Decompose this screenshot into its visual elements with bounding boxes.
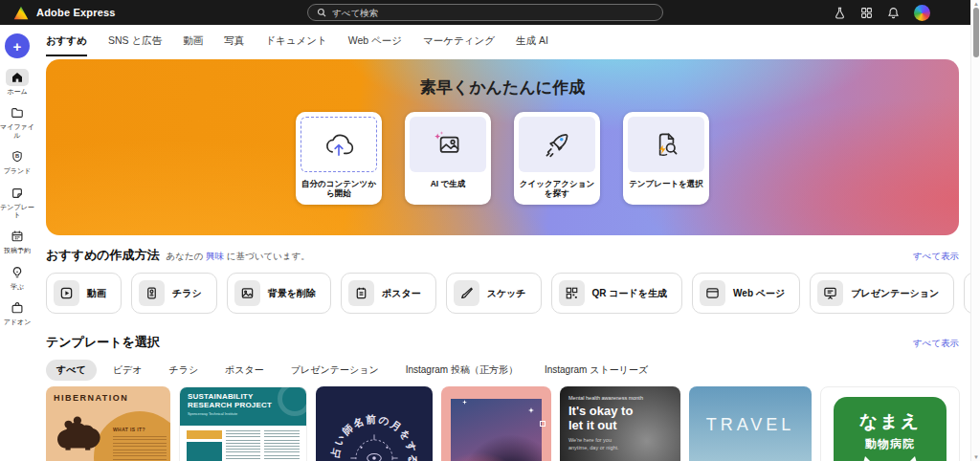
template-subtitle: We're here for you anytime, day or night… [568, 437, 626, 451]
tab-sns-ads[interactable]: SNS と広告 [108, 27, 162, 56]
rocket-icon [540, 128, 574, 161]
sidebar-item-templates[interactable]: テンプレート [0, 185, 34, 220]
search-input[interactable] [332, 8, 654, 18]
quick-create-flyer[interactable]: チラシ [131, 273, 217, 314]
hero-card-choose-template[interactable]: テンプレートを選択 [623, 112, 709, 205]
create-new-button[interactable]: + [5, 33, 30, 58]
template-hibernation[interactable]: HIBERNATION WHAT IS IT? WHAT ANIMALS HIB… [46, 386, 170, 461]
quick-create-label: プレゼンテーション [851, 287, 939, 300]
tab-marketing[interactable]: マーケティング [423, 27, 495, 56]
category-tabs: おすすめ SNS と広告 動画 写真 ドキュメント Web ページ マーケティン… [34, 25, 970, 57]
quick-create-label: 背景を削除 [268, 287, 316, 300]
template-tagline: Mental health awareness month [568, 395, 672, 401]
scrollbar-down-arrow[interactable]: ▼ [971, 454, 980, 460]
hero-card-generate-with-ai[interactable]: AI で生成 [405, 112, 491, 205]
quick-create-poster[interactable]: ポスター [341, 273, 436, 314]
quick-create-video[interactable]: 動画 [46, 273, 122, 314]
quick-create-label: QR コードを生成 [592, 287, 667, 300]
template-title: HIBERNATION [54, 393, 128, 403]
quick-create-qr-code[interactable]: QR コードを生成 [551, 273, 682, 314]
sidebar-item-brand[interactable]: B ブランド [0, 148, 34, 175]
filter-poster[interactable]: ポスター [214, 360, 275, 381]
sidebar-item-my-files[interactable]: マイファイル [0, 104, 34, 140]
quick-create-label: スケッチ [487, 287, 526, 300]
hero-card-start-from-content[interactable]: 自分のコンテンツから開始 [296, 112, 382, 205]
quick-create-instagram-post[interactable]: Instagram 投稿 (正方形) [964, 273, 970, 314]
tab-document[interactable]: ドキュメント [265, 27, 326, 56]
tab-generative-ai[interactable]: 生成 AI [516, 27, 548, 56]
apps-grid-icon[interactable] [860, 7, 873, 19]
template-animal-hospital[interactable]: なまえ 動物病院 [820, 386, 960, 461]
templates-title: テンプレートを選択 [46, 334, 160, 351]
template-title-line: 動物病院 [834, 436, 947, 452]
teal-block [187, 442, 222, 461]
template-title: TRAVEL [706, 415, 795, 461]
quick-create-remove-background[interactable]: 背景を削除 [227, 273, 331, 314]
sidebar-item-addons[interactable]: アドオン [0, 299, 34, 326]
sidebar-item-label: アドオン [0, 318, 34, 326]
image-sparkle-icon [431, 128, 465, 161]
svg-text:B: B [15, 154, 19, 160]
avatar[interactable] [914, 5, 930, 21]
sidebar-item-home[interactable]: ホーム [0, 69, 34, 96]
hero-card-quick-actions[interactable]: クイックアクションを探す [514, 112, 600, 205]
template-sustainability[interactable]: SUSTAINABILITY RESEARCH PROJECT Spencerw… [179, 386, 307, 461]
folder-icon [11, 106, 24, 120]
scrollbar-thumb[interactable] [973, 8, 979, 57]
template-subtitle: Spencerway Technical Institute [188, 412, 299, 416]
main-content: おすすめ SNS と広告 動画 写真 ドキュメント Web ページ マーケティン… [34, 25, 970, 461]
recommended-title: おすすめの作成方法 [46, 247, 160, 264]
sidebar-item-label: ホーム [0, 88, 34, 96]
tab-recommended[interactable]: おすすめ [46, 27, 87, 56]
template-title-line: It's okay to [568, 404, 633, 418]
quick-create-label: チラシ [172, 287, 202, 300]
template-travel[interactable]: TRAVEL [689, 386, 812, 461]
template-mental-health[interactable]: Mental health awareness month It's okay … [560, 386, 680, 461]
home-icon [11, 71, 24, 84]
addons-icon [11, 301, 24, 315]
template-fortune-telling[interactable]: 占い師名前の月をする星占い [316, 386, 433, 461]
quick-create-sketch[interactable]: スケッチ [446, 273, 542, 314]
template-title-line: let it out [568, 418, 617, 432]
subtitle-prefix: あなたの [167, 251, 204, 261]
green-panel: なまえ 動物病院 [834, 397, 947, 461]
celestial-circle-graphic: 占い師名前の月をする星占い [321, 405, 428, 461]
filter-all[interactable]: すべて [46, 360, 97, 381]
filter-instagram-stories[interactable]: Instagram ストーリーズ [534, 360, 658, 381]
filter-presentation[interactable]: プレゼンテーション [280, 360, 390, 381]
templates-view-all-link[interactable]: すべて表示 [913, 338, 959, 350]
interests-link[interactable]: 興味 [206, 251, 224, 261]
template-filters: すべて ビデオ チラシ ポスター プレゼンテーション Instagram 投稿（… [46, 360, 959, 381]
tab-video[interactable]: 動画 [183, 27, 203, 56]
bell-icon[interactable] [887, 7, 900, 19]
topbar-actions [834, 5, 930, 21]
tab-photo[interactable]: 写真 [224, 27, 244, 56]
global-search[interactable] [307, 4, 663, 21]
quick-create-label: 動画 [87, 287, 106, 300]
page-scrollbar[interactable]: ▲ ▼ [970, 0, 980, 461]
template-sticker-icon [11, 187, 24, 200]
flyer-icon [145, 286, 159, 300]
recommended-view-all-link[interactable]: すべて表示 [913, 251, 959, 263]
template-header-band: SUSTAINABILITY RESEARCH PROJECT Spencerw… [180, 387, 306, 426]
sidebar-item-learn[interactable]: 学ぶ [0, 264, 34, 291]
filter-flyer[interactable]: チラシ [158, 360, 209, 381]
quick-create-row: 動画 チラシ 背景を削除 ポスター スケッチ QR [46, 273, 970, 314]
image-icon [240, 286, 255, 300]
hero-card-label: 自分のコンテンツから開始 [301, 179, 377, 198]
scrollbar-up-arrow[interactable]: ▲ [971, 1, 980, 7]
app-logo[interactable]: Adobe Express [13, 6, 116, 20]
template-retro-photo[interactable] [441, 386, 551, 461]
sidebar-item-schedule[interactable]: 投稿予約 [0, 228, 34, 254]
filter-instagram-post[interactable]: Instagram 投稿（正方形） [395, 360, 528, 381]
body-text-lines [264, 430, 300, 461]
highlight-block [187, 430, 222, 439]
plus-icon: + [13, 38, 22, 55]
quick-create-web-page[interactable]: Web ページ [692, 273, 800, 314]
sidebar-item-label: マイファイル [0, 123, 34, 140]
tab-web-page[interactable]: Web ページ [348, 27, 402, 56]
flask-icon[interactable] [834, 7, 846, 19]
filter-video[interactable]: ビデオ [102, 360, 153, 381]
template-heading: WHAT IS IT? [113, 427, 170, 432]
quick-create-presentation[interactable]: プレゼンテーション [810, 273, 954, 314]
